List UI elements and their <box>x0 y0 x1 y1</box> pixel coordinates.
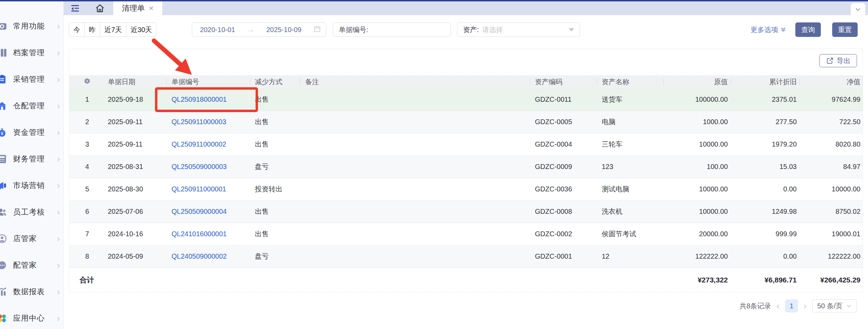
doc-no-link[interactable]: QL250509000003 <box>172 163 227 170</box>
cell-remark <box>300 245 530 268</box>
cell-original-value: 100000.00 <box>663 88 731 111</box>
header-doc-no[interactable]: 单据编号 <box>166 75 250 88</box>
chat-icon <box>0 260 7 270</box>
table-row[interactable]: 3 2025-09-11 QL250911000002 出售 GDZC-0004… <box>69 133 863 156</box>
cell-method: 盘亏 <box>250 245 300 268</box>
doc-no-link[interactable]: QL241016000001 <box>172 230 227 238</box>
export-icon <box>826 57 834 64</box>
reset-button[interactable]: 重置 <box>832 22 858 37</box>
sidebar-item-warehouse[interactable]: 仓配管理 › <box>0 92 63 119</box>
asset-select[interactable]: 资产: 请选择 <box>457 22 580 37</box>
cell-remark <box>300 200 530 223</box>
doc-no-link[interactable]: QL250911000002 <box>172 140 226 148</box>
quick-date-today[interactable]: 今 <box>69 22 85 37</box>
row-index: 2 <box>69 111 103 133</box>
home-icon[interactable] <box>95 1 105 15</box>
more-options-link[interactable]: 更多选项 <box>751 25 786 34</box>
header-accum-depreciation[interactable]: 累计折旧 <box>731 75 799 88</box>
header-original-value[interactable]: 原值 <box>663 75 731 88</box>
tab-cleanup-list[interactable]: 清理单 × <box>113 1 162 15</box>
doc-no-input[interactable]: 单据编号: <box>333 22 451 37</box>
header-method[interactable]: 减少方式 <box>250 75 300 88</box>
cell-method: 出售 <box>250 111 300 133</box>
sidebar-item-funds[interactable]: ¥ 资金管理 › <box>0 119 63 146</box>
close-icon[interactable]: × <box>149 4 154 12</box>
sidebar-item-label: 资金管理 <box>13 127 45 138</box>
sidebar-item-data-reports[interactable]: 数据报表 › <box>0 278 63 305</box>
svg-text:¥: ¥ <box>0 131 3 136</box>
cell-asset-code: GDZC-0002 <box>530 223 597 245</box>
cell-asset-code: GDZC-0005 <box>530 111 597 133</box>
cell-original-value: 10000.00 <box>663 178 731 200</box>
quick-date-7days[interactable]: 近7天 <box>100 22 126 37</box>
cell-net-value: 122222.00 <box>799 245 863 268</box>
cell-remark <box>300 223 530 245</box>
header-net-value[interactable]: 净值 <box>799 75 863 88</box>
caret-down-icon <box>569 28 574 31</box>
chevron-right-icon: › <box>57 22 60 31</box>
table-row[interactable]: 5 2025-08-30 QL250911000001 投资转出 GDZC-00… <box>69 178 863 200</box>
table-row[interactable]: 2 2025-09-11 QL250911000003 出售 GDZC-0005… <box>69 111 863 133</box>
row-index: 8 <box>69 245 103 268</box>
next-page-icon[interactable]: › <box>803 301 807 310</box>
table-row[interactable]: 6 2025-07-06 QL250509000004 出售 GDZC-0008… <box>69 200 863 223</box>
query-button[interactable]: 查询 <box>795 22 821 37</box>
table-row[interactable]: 8 2024-05-09 QL240509000002 盘亏 GDZC-0001… <box>69 245 863 268</box>
date-end-value[interactable]: 2025-10-09 <box>266 26 301 34</box>
export-label: 导出 <box>837 56 850 66</box>
cell-asset-name: 电脑 <box>597 111 663 133</box>
sidebar-item-archives[interactable]: 档案管理 › <box>0 39 63 66</box>
sidebar-item-marketing[interactable]: 市场营销 › <box>0 172 63 199</box>
chevron-right-icon: › <box>57 101 60 110</box>
sidebar-item-common-functions[interactable]: 常用功能 › <box>0 13 63 39</box>
chevron-right-icon: › <box>57 287 60 296</box>
doc-no-link[interactable]: QL250911000001 <box>172 185 226 193</box>
sidebar-item-delivery-keeper[interactable]: 配管家 › <box>0 252 63 278</box>
cell-method: 出售 <box>250 223 300 245</box>
sidebar-item-purchase-sales[interactable]: 采销管理 › <box>0 66 63 92</box>
sidebar-item-label: 常用功能 <box>13 21 45 31</box>
quick-date-yesterday[interactable]: 昨 <box>84 22 100 37</box>
record-count: 共8条记录 <box>740 301 771 311</box>
quick-date-30days[interactable]: 近30天 <box>126 22 156 37</box>
header-asset-name[interactable]: 资产名称 <box>597 75 663 88</box>
cell-remark <box>300 111 530 133</box>
doc-no-link[interactable]: QL250509000004 <box>172 208 227 215</box>
double-chevron-down-icon <box>780 26 786 33</box>
header-doc-date[interactable]: 单据日期 <box>103 75 166 88</box>
totals-depreciation: ¥6,896.71 <box>731 268 799 292</box>
doc-no-link[interactable]: QL250918000001 <box>172 96 227 103</box>
cell-depreciation: 0.00 <box>731 178 799 200</box>
doc-no-link[interactable]: QL240509000002 <box>172 252 227 260</box>
header-remark[interactable]: 备注 <box>300 75 530 88</box>
sidebar-item-shop-keeper[interactable]: 店管家 › <box>0 225 63 252</box>
page-size-select[interactable]: 50 条/页 <box>812 299 857 312</box>
chevron-right-icon: › <box>57 261 60 270</box>
column-settings-gear[interactable] <box>69 75 103 88</box>
header-asset-code[interactable]: 资产编码 <box>530 75 597 88</box>
cell-net-value: 84.97 <box>799 156 863 178</box>
table-row[interactable]: 4 2025-08-31 QL250509000003 盘亏 GDZC-0009… <box>69 156 863 178</box>
sidebar-item-staff-assessment[interactable]: 员工考核 › <box>0 199 63 225</box>
sidebar-item-app-center[interactable]: 应用中心 › <box>0 305 63 329</box>
date-start-value[interactable]: 2020-10-01 <box>200 26 235 34</box>
tab-list-dropdown[interactable] <box>851 3 865 15</box>
prev-page-icon[interactable]: ‹ <box>776 301 780 310</box>
cell-asset-name: 侯圆节考试 <box>597 223 663 245</box>
cell-remark <box>300 156 530 178</box>
current-page[interactable]: 1 <box>785 299 798 312</box>
sidebar-item-label: 店管家 <box>13 233 37 244</box>
export-button[interactable]: 导出 <box>819 54 857 67</box>
table-row[interactable]: 1 2025-09-18 QL250918000001 出售 GDZC-0011… <box>69 88 863 111</box>
sidebar-item-finance[interactable]: 财务管理 › <box>0 146 63 172</box>
quick-date-group: 今 昨 近7天 近30天 <box>69 22 156 37</box>
doc-no-link[interactable]: QL250911000003 <box>172 118 226 126</box>
cell-method: 出售 <box>250 200 300 223</box>
collapse-sidebar-icon[interactable] <box>70 1 80 15</box>
cell-doc-date: 2025-09-11 <box>103 133 166 156</box>
date-range-picker[interactable]: 2020-10-01 → 2025-10-09 <box>192 22 326 37</box>
cell-asset-code: GDZC-0004 <box>530 133 597 156</box>
pagination: 共8条记录 ‹ 1 › 50 条/页 <box>64 299 857 312</box>
table-row[interactable]: 7 2024-10-16 QL241016000001 出售 GDZC-0002… <box>69 223 863 245</box>
cell-remark <box>300 88 530 111</box>
